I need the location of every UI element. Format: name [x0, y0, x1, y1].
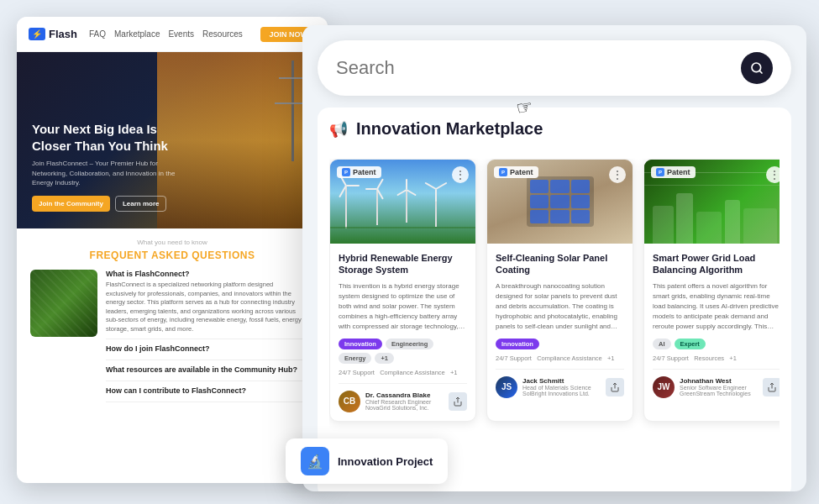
- person-1-company: NovaGrid Solutions, Inc.: [365, 405, 444, 411]
- card-3-tags: AI Expert: [653, 339, 780, 349]
- card-3-badge: P Patent: [651, 166, 696, 178]
- card-2-tags: Innovation: [496, 339, 624, 349]
- ground-line: [330, 227, 475, 228]
- card-1-badge-label: Patent: [353, 168, 376, 176]
- person-3-name: Johnathan West: [680, 377, 758, 385]
- faq-title: FREQUENT ASKED QUESTIONS: [30, 249, 314, 261]
- faq-question-3: What resources are available in the Comm…: [106, 365, 303, 374]
- person-2-company: SolBright Innovations Ltd.: [522, 391, 601, 396]
- patent-badge-icon-3: P: [656, 168, 664, 176]
- join-community-button[interactable]: Join the Community: [32, 196, 110, 212]
- person-3-company: GreenStream Technologies: [680, 391, 758, 396]
- card-2-footer: JS Jack Schmitt Head of Materials Scienc…: [496, 369, 624, 398]
- faq-label: What you need to know: [30, 239, 314, 246]
- person-1-role: Chief Research Engineer: [365, 399, 444, 405]
- card-1-body: Hybrid Renewable Energy Storage System T…: [330, 244, 475, 421]
- windmill-1-icon: [345, 186, 347, 228]
- card-3-image: P Patent ⋮: [644, 160, 780, 244]
- card-3-menu-button[interactable]: ⋮: [766, 166, 780, 183]
- card-3-title: Smart Power Grid Load Balancing Algorith…: [653, 252, 780, 276]
- person-3-role: Senior Software Engineer: [680, 385, 758, 391]
- faq-question-4: How can I contribute to FlashConnect?: [106, 386, 303, 395]
- nav-faq[interactable]: FAQ: [89, 29, 106, 39]
- power-tower-icon: [291, 60, 294, 161]
- faq-item-3[interactable]: What resources are available in the Comm…: [106, 360, 314, 381]
- marketplace-header: 📢 Innovation Marketplace: [329, 119, 780, 147]
- card-3-body: Smart Power Grid Load Balancing Algorith…: [644, 244, 780, 407]
- card-3-badge-label: Patent: [667, 168, 690, 176]
- faq-item-1-content: What is FlashConnect? FlashConnect is a …: [106, 270, 303, 333]
- nav-links: FAQ Marketplace Events Resources: [89, 29, 249, 39]
- windmill-2-icon: [376, 190, 378, 225]
- windmill-3-icon: [406, 191, 407, 223]
- faq-section: What you need to know FREQUENT ASKED QUE…: [17, 228, 328, 412]
- avatar-jack: JS: [496, 376, 517, 398]
- tag-more-1[interactable]: +1: [375, 353, 394, 364]
- card-1-badge: P Patent: [337, 166, 381, 178]
- card-1-menu-button[interactable]: ⋮: [452, 166, 469, 183]
- nav-marketplace[interactable]: Marketplace: [114, 29, 160, 39]
- avatar-cassandra: CB: [339, 391, 360, 412]
- main-overlay-panel: 📢 Innovation Marketplace: [302, 25, 806, 491]
- card-1-tags: Innovation Engineering Energy +1: [339, 339, 467, 364]
- faq-items: What is FlashConnect? FlashConnect is a …: [106, 270, 314, 402]
- person-2-name: Jack Schmitt: [522, 377, 601, 385]
- search-input[interactable]: [336, 57, 732, 79]
- faq-item-4[interactable]: How can I contribute to FlashConnect? ∨: [106, 381, 314, 402]
- hero-section: Your Next Big Idea Is Closer Than You Th…: [17, 52, 328, 228]
- card-2-menu-button[interactable]: ⋮: [609, 166, 626, 183]
- card-1-share-button[interactable]: [449, 392, 467, 411]
- card-1-title: Hybrid Renewable Energy Storage System: [339, 252, 467, 276]
- tag-energy[interactable]: Energy: [339, 353, 371, 364]
- windmill-4-icon: [435, 190, 437, 227]
- card-3-share-button[interactable]: [763, 378, 780, 396]
- faq-answer-1: FlashConnect is a specialized networking…: [106, 281, 303, 333]
- nav-events[interactable]: Events: [168, 29, 194, 39]
- flash-logo-icon: ⚡: [29, 28, 45, 40]
- background-website-panel: ⚡ Flash FAQ Marketplace Events Resources…: [17, 17, 328, 483]
- card-3-person: Johnathan West Senior Software Engineer …: [680, 377, 758, 396]
- marketplace-panel: 📢 Innovation Marketplace: [318, 108, 791, 491]
- person-1-name: Dr. Cassandra Blake: [365, 391, 444, 399]
- tag-ai[interactable]: AI: [653, 339, 671, 349]
- card-hybrid-energy: P Patent ⋮ Hybrid Renewable Energy Stora…: [329, 159, 476, 422]
- patent-badge-icon: P: [342, 168, 350, 176]
- card-2-share-button[interactable]: [606, 378, 624, 396]
- faq-image: [30, 270, 97, 337]
- card-1-description: This invention is a hybrid energy storag…: [339, 281, 467, 332]
- card-2-badge: P Patent: [494, 166, 538, 178]
- tag-expert[interactable]: Expert: [675, 339, 706, 349]
- hero-subtitle: Join FlashConnect – Your Premier Hub for…: [32, 159, 186, 187]
- website-nav: ⚡ Flash FAQ Marketplace Events Resources…: [17, 17, 328, 52]
- learn-more-button[interactable]: Learn more: [115, 196, 167, 212]
- card-1-meta: 24/7 Support Compliance Assistance +1: [339, 369, 467, 376]
- faq-item-2[interactable]: How do I join FlashConnect? ∨: [106, 339, 314, 360]
- card-3-footer: JW Johnathan West Senior Software Engine…: [653, 369, 780, 398]
- card-solar-coating: P Patent ⋮ Self-Cleaning Solar Panel Coa…: [486, 159, 633, 422]
- card-2-description: A breakthrough nanocoating solution desi…: [496, 281, 624, 332]
- avatar-johnathan: JW: [653, 376, 675, 398]
- faq-question-1: What is FlashConnect?: [106, 270, 303, 278]
- faq-item-1[interactable]: What is FlashConnect? FlashConnect is a …: [106, 270, 314, 339]
- card-2-title: Self-Cleaning Solar Panel Coating: [496, 252, 624, 276]
- tag-innovation-2[interactable]: Innovation: [496, 339, 539, 349]
- marketplace-title: Innovation Marketplace: [356, 119, 543, 139]
- faq-question-2: How do I join FlashConnect?: [106, 344, 303, 353]
- faq-content: What is FlashConnect? FlashConnect is a …: [30, 270, 314, 402]
- card-2-badge-label: Patent: [510, 168, 533, 176]
- card-3-description: This patent offers a novel algorithm for…: [653, 281, 780, 332]
- card-3-meta: 24/7 Support Resources +1: [653, 354, 780, 362]
- card-1-footer: CB Dr. Cassandra Blake Chief Research En…: [339, 383, 467, 412]
- hero-buttons: Join the Community Learn more: [32, 196, 186, 212]
- cursor-pointer-icon: ☞: [515, 95, 535, 119]
- search-bar: [318, 40, 791, 96]
- hero-text: Your Next Big Idea Is Closer Than You Th…: [32, 121, 186, 212]
- tag-engineering[interactable]: Engineering: [386, 339, 433, 349]
- nav-resources[interactable]: Resources: [202, 29, 243, 39]
- tag-innovation-1[interactable]: Innovation: [339, 339, 382, 349]
- marketplace-megaphone-icon: 📢: [329, 120, 348, 139]
- search-submit-button[interactable]: [741, 52, 773, 84]
- card-2-person: Jack Schmitt Head of Materials Science S…: [522, 377, 601, 396]
- hero-title: Your Next Big Idea Is Closer Than You Th…: [32, 121, 186, 154]
- card-2-body: Self-Cleaning Solar Panel Coating A brea…: [487, 244, 633, 407]
